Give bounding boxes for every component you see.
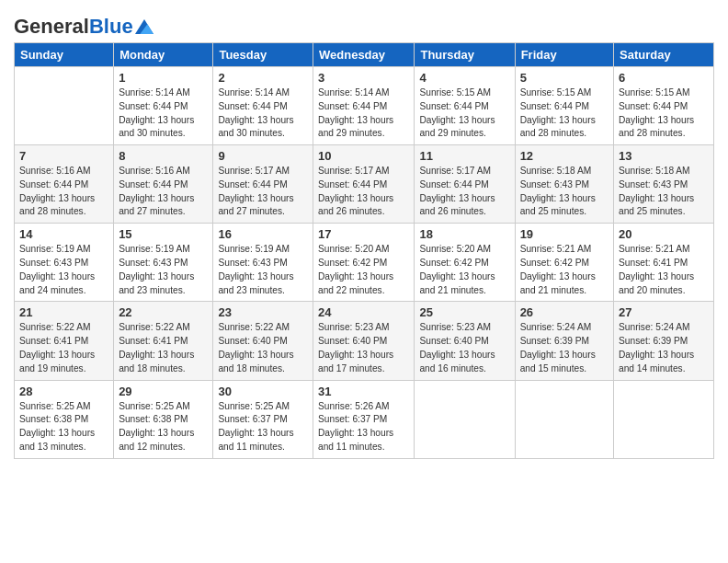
cell-content: Sunrise: 5:24 AM Sunset: 6:39 PM Dayligh… — [520, 321, 609, 375]
cell-content: Sunrise: 5:26 AM Sunset: 6:37 PM Dayligh… — [318, 400, 409, 454]
calendar-cell: 29Sunrise: 5:25 AM Sunset: 6:38 PM Dayli… — [114, 380, 213, 458]
day-number: 21 — [19, 305, 108, 319]
day-number: 10 — [318, 149, 409, 163]
day-number: 9 — [218, 149, 308, 163]
day-number: 6 — [619, 71, 709, 85]
col-header-thursday: Thursday — [415, 43, 515, 67]
cell-content: Sunrise: 5:15 AM Sunset: 6:44 PM Dayligh… — [520, 86, 609, 141]
day-number: 15 — [119, 227, 208, 241]
cell-content: Sunrise: 5:16 AM Sunset: 6:44 PM Dayligh… — [119, 165, 208, 219]
day-number: 4 — [419, 71, 509, 85]
logo-blue: Blue — [89, 15, 133, 38]
cell-content: Sunrise: 5:14 AM Sunset: 6:44 PM Dayligh… — [318, 86, 409, 141]
day-number: 2 — [218, 71, 308, 85]
day-number: 18 — [419, 227, 509, 241]
cell-content: Sunrise: 5:25 AM Sunset: 6:38 PM Dayligh… — [19, 400, 108, 454]
day-number: 8 — [119, 149, 208, 163]
calendar-cell: 12Sunrise: 5:18 AM Sunset: 6:43 PM Dayli… — [515, 145, 613, 224]
day-number: 30 — [218, 385, 308, 398]
calendar-cell: 6Sunrise: 5:15 AM Sunset: 6:44 PM Daylig… — [614, 67, 714, 145]
day-number: 20 — [619, 227, 709, 241]
day-number: 24 — [318, 305, 409, 319]
calendar-cell: 19Sunrise: 5:21 AM Sunset: 6:42 PM Dayli… — [515, 224, 613, 302]
cell-content: Sunrise: 5:17 AM Sunset: 6:44 PM Dayligh… — [218, 165, 308, 219]
calendar-cell: 8Sunrise: 5:16 AM Sunset: 6:44 PM Daylig… — [114, 145, 213, 224]
calendar-cell: 20Sunrise: 5:21 AM Sunset: 6:41 PM Dayli… — [614, 224, 714, 302]
week-row-2: 7Sunrise: 5:16 AM Sunset: 6:44 PM Daylig… — [15, 145, 714, 224]
logo: GeneralBlue — [14, 17, 133, 37]
cell-content: Sunrise: 5:25 AM Sunset: 6:37 PM Dayligh… — [218, 400, 308, 454]
cell-content: Sunrise: 5:18 AM Sunset: 6:43 PM Dayligh… — [520, 165, 609, 219]
calendar-cell: 5Sunrise: 5:15 AM Sunset: 6:44 PM Daylig… — [515, 67, 613, 145]
day-number: 3 — [318, 71, 409, 85]
calendar-cell: 13Sunrise: 5:18 AM Sunset: 6:43 PM Dayli… — [614, 145, 714, 224]
calendar-cell: 24Sunrise: 5:23 AM Sunset: 6:40 PM Dayli… — [313, 302, 415, 380]
cell-content: Sunrise: 5:18 AM Sunset: 6:43 PM Dayligh… — [619, 165, 709, 219]
calendar-cell: 30Sunrise: 5:25 AM Sunset: 6:37 PM Dayli… — [213, 380, 313, 458]
calendar-cell: 4Sunrise: 5:15 AM Sunset: 6:44 PM Daylig… — [415, 67, 515, 145]
day-number: 1 — [119, 71, 208, 85]
logo-general: General — [14, 15, 89, 38]
cell-content: Sunrise: 5:16 AM Sunset: 6:44 PM Dayligh… — [19, 165, 108, 219]
col-header-tuesday: Tuesday — [213, 43, 313, 67]
calendar-cell — [15, 67, 114, 145]
calendar-cell: 10Sunrise: 5:17 AM Sunset: 6:44 PM Dayli… — [313, 145, 415, 224]
calendar-cell: 15Sunrise: 5:19 AM Sunset: 6:43 PM Dayli… — [114, 224, 213, 302]
col-header-saturday: Saturday — [614, 43, 714, 67]
cell-content: Sunrise: 5:19 AM Sunset: 6:43 PM Dayligh… — [218, 243, 308, 297]
header-row: SundayMondayTuesdayWednesdayThursdayFrid… — [15, 43, 714, 67]
cell-content: Sunrise: 5:23 AM Sunset: 6:40 PM Dayligh… — [318, 321, 409, 375]
week-row-5: 28Sunrise: 5:25 AM Sunset: 6:38 PM Dayli… — [15, 380, 714, 458]
day-number: 29 — [119, 385, 208, 398]
cell-content: Sunrise: 5:15 AM Sunset: 6:44 PM Dayligh… — [619, 86, 709, 141]
day-number: 23 — [218, 305, 308, 319]
calendar-cell: 17Sunrise: 5:20 AM Sunset: 6:42 PM Dayli… — [313, 224, 415, 302]
cell-content: Sunrise: 5:21 AM Sunset: 6:41 PM Dayligh… — [619, 243, 709, 297]
calendar-cell: 3Sunrise: 5:14 AM Sunset: 6:44 PM Daylig… — [313, 67, 415, 145]
col-header-monday: Monday — [114, 43, 213, 67]
calendar-cell: 21Sunrise: 5:22 AM Sunset: 6:41 PM Dayli… — [15, 302, 114, 380]
cell-content: Sunrise: 5:19 AM Sunset: 6:43 PM Dayligh… — [19, 243, 108, 297]
cell-content: Sunrise: 5:23 AM Sunset: 6:40 PM Dayligh… — [419, 321, 509, 375]
cell-content: Sunrise: 5:17 AM Sunset: 6:44 PM Dayligh… — [318, 165, 409, 219]
cell-content: Sunrise: 5:14 AM Sunset: 6:44 PM Dayligh… — [218, 86, 308, 141]
week-row-1: 1Sunrise: 5:14 AM Sunset: 6:44 PM Daylig… — [15, 67, 714, 145]
day-number: 19 — [520, 227, 609, 241]
day-number: 27 — [619, 305, 709, 319]
week-row-3: 14Sunrise: 5:19 AM Sunset: 6:43 PM Dayli… — [15, 224, 714, 302]
calendar-cell: 18Sunrise: 5:20 AM Sunset: 6:42 PM Dayli… — [415, 224, 515, 302]
cell-content: Sunrise: 5:14 AM Sunset: 6:44 PM Dayligh… — [119, 86, 208, 141]
cell-content: Sunrise: 5:22 AM Sunset: 6:40 PM Dayligh… — [218, 321, 308, 375]
cell-content: Sunrise: 5:20 AM Sunset: 6:42 PM Dayligh… — [318, 243, 409, 297]
day-number: 25 — [419, 305, 509, 319]
calendar-cell: 7Sunrise: 5:16 AM Sunset: 6:44 PM Daylig… — [15, 145, 114, 224]
day-number: 7 — [19, 149, 108, 163]
day-number: 14 — [19, 227, 108, 241]
calendar-cell: 9Sunrise: 5:17 AM Sunset: 6:44 PM Daylig… — [213, 145, 313, 224]
day-number: 16 — [218, 227, 308, 241]
day-number: 22 — [119, 305, 208, 319]
cell-content: Sunrise: 5:25 AM Sunset: 6:38 PM Dayligh… — [119, 400, 208, 454]
col-header-sunday: Sunday — [15, 43, 114, 67]
calendar-cell: 23Sunrise: 5:22 AM Sunset: 6:40 PM Dayli… — [213, 302, 313, 380]
calendar-cell: 25Sunrise: 5:23 AM Sunset: 6:40 PM Dayli… — [415, 302, 515, 380]
calendar-cell: 14Sunrise: 5:19 AM Sunset: 6:43 PM Dayli… — [15, 224, 114, 302]
calendar-cell: 2Sunrise: 5:14 AM Sunset: 6:44 PM Daylig… — [213, 67, 313, 145]
logo-area: GeneralBlue — [14, 9, 154, 37]
cell-content: Sunrise: 5:22 AM Sunset: 6:41 PM Dayligh… — [119, 321, 208, 375]
header: GeneralBlue — [14, 9, 714, 37]
day-number: 17 — [318, 227, 409, 241]
calendar-cell — [415, 380, 515, 458]
day-number: 12 — [520, 149, 609, 163]
day-number: 28 — [19, 385, 108, 398]
calendar-cell — [515, 380, 613, 458]
calendar-cell: 1Sunrise: 5:14 AM Sunset: 6:44 PM Daylig… — [114, 67, 213, 145]
calendar-cell: 11Sunrise: 5:17 AM Sunset: 6:44 PM Dayli… — [415, 145, 515, 224]
day-number: 26 — [520, 305, 609, 319]
logo-icon — [135, 19, 154, 34]
week-row-4: 21Sunrise: 5:22 AM Sunset: 6:41 PM Dayli… — [15, 302, 714, 380]
calendar-cell: 31Sunrise: 5:26 AM Sunset: 6:37 PM Dayli… — [313, 380, 415, 458]
calendar-cell: 27Sunrise: 5:24 AM Sunset: 6:39 PM Dayli… — [614, 302, 714, 380]
cell-content: Sunrise: 5:15 AM Sunset: 6:44 PM Dayligh… — [419, 86, 509, 141]
cell-content: Sunrise: 5:22 AM Sunset: 6:41 PM Dayligh… — [19, 321, 108, 375]
